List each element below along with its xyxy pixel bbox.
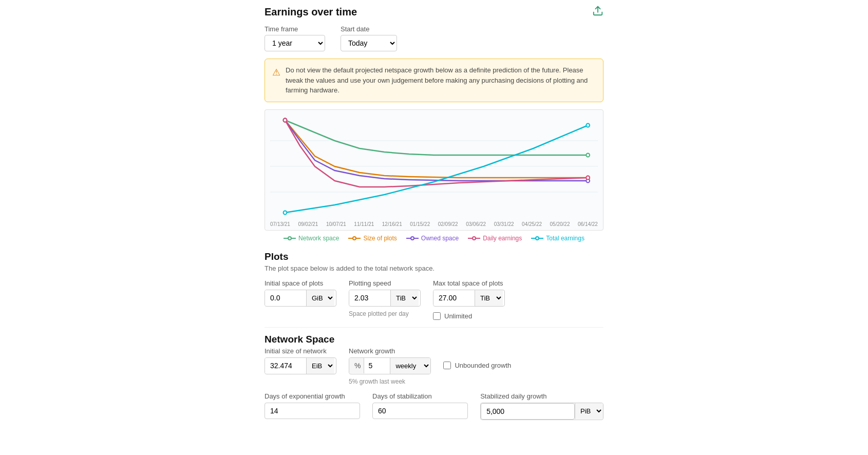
growth-pct-sign: %: [349, 358, 364, 373]
plotting-speed-label: Plotting speed: [349, 279, 421, 287]
legend-daily-earnings[interactable]: Daily earnings: [468, 235, 522, 242]
unlimited-label[interactable]: Unlimited: [444, 312, 472, 320]
initial-size-input[interactable]: [265, 358, 306, 373]
legend-owned-space-label: Owned space: [421, 235, 459, 242]
export-icon[interactable]: [592, 5, 603, 19]
unbounded-growth-group: Unbounded growth: [443, 347, 515, 369]
x-label-8: 03/06/22: [466, 221, 486, 227]
time-frame-select[interactable]: 1 year 1 week 1 month 3 months 6 months …: [265, 35, 325, 51]
plots-section: Plots The plot space below is added to t…: [265, 251, 603, 320]
chart-legend: Network space Size of plots Owned space …: [265, 235, 603, 242]
section-divider: [265, 327, 603, 328]
legend-size-of-plots-label: Size of plots: [363, 235, 397, 242]
legend-network-space-label: Network space: [298, 235, 339, 242]
plots-fields-row: Initial space of plots GiB TiB EiB Plott…: [265, 279, 603, 320]
initial-space-input-group: GiB TiB EiB: [265, 290, 336, 307]
legend-total-earnings-label: Total earnings: [546, 235, 584, 242]
time-frame-group: Time frame 1 year 1 week 1 month 3 month…: [265, 25, 325, 51]
initial-size-unit-select[interactable]: GiB TiB EiB PiB: [306, 358, 334, 374]
svg-point-21: [473, 237, 476, 240]
chart-svg: [270, 115, 598, 218]
plotting-speed-note: Space plotted per day: [349, 310, 421, 317]
earnings-header: Earnings over time: [265, 5, 603, 19]
initial-space-input[interactable]: [265, 290, 306, 306]
unlimited-checkbox-row: Unlimited: [433, 312, 505, 320]
network-growth-input[interactable]: [364, 358, 390, 373]
x-label-3: 10/07/21: [326, 221, 346, 227]
x-label-11: 05/20/22: [550, 221, 570, 227]
max-total-space-label: Max total space of plots: [433, 279, 505, 287]
page-title: Earnings over time: [265, 6, 357, 18]
plotting-speed-unit-select[interactable]: GiB TiB EiB: [390, 290, 419, 306]
network-growth-input-group: % daily weekly monthly: [349, 357, 431, 374]
chart-x-axis: 07/13/21 09/02/21 10/07/21 11/11/21 12/1…: [270, 219, 598, 230]
days-stab-group: Days of stabilization: [372, 392, 468, 420]
x-label-7: 02/09/22: [438, 221, 458, 227]
legend-network-space[interactable]: Network space: [284, 235, 339, 242]
start-date-label: Start date: [341, 25, 397, 33]
x-label-10: 04/25/22: [522, 221, 542, 227]
unlimited-checkbox[interactable]: [433, 312, 441, 320]
plots-description: The plot space below is added to the tot…: [265, 264, 603, 272]
initial-size-label: Initial size of network: [265, 347, 336, 355]
time-frame-label: Time frame: [265, 25, 325, 33]
network-space-title: Network Space: [265, 334, 603, 345]
unbounded-growth-label[interactable]: Unbounded growth: [455, 362, 511, 369]
plotting-speed-input[interactable]: [349, 290, 390, 306]
svg-point-11: [586, 176, 590, 179]
svg-point-17: [353, 237, 356, 240]
warning-banner: ⚠ Do not view the default projected nets…: [265, 59, 603, 102]
x-label-2: 09/02/21: [298, 221, 318, 227]
legend-owned-space[interactable]: Owned space: [406, 235, 459, 242]
days-stab-label: Days of stabilization: [372, 392, 468, 400]
unbounded-growth-checkbox[interactable]: [443, 362, 451, 369]
plotting-speed-group: Plotting speed GiB TiB EiB Space plotted…: [349, 279, 421, 317]
network-space-section: Network Space Initial size of network Gi…: [265, 334, 603, 420]
controls-row: Time frame 1 year 1 week 1 month 3 month…: [265, 25, 603, 51]
legend-total-earnings[interactable]: Total earnings: [531, 235, 584, 242]
network-growth-note: 5% growth last week: [349, 378, 431, 385]
max-total-space-group: Max total space of plots GiB TiB EiB Unl…: [433, 279, 505, 320]
svg-point-23: [536, 237, 539, 240]
x-label-4: 11/11/21: [354, 221, 374, 227]
initial-size-group: Initial size of network GiB TiB EiB PiB: [265, 347, 336, 374]
svg-point-15: [288, 237, 291, 240]
x-label-9: 03/31/22: [494, 221, 514, 227]
page-wrapper: Earnings over time Time frame 1 year 1 w…: [0, 0, 868, 455]
x-label-5: 12/16/21: [382, 221, 402, 227]
plotting-speed-input-group: GiB TiB EiB: [349, 290, 421, 307]
svg-point-19: [411, 237, 414, 240]
warning-icon: ⚠: [272, 66, 280, 96]
start-date-select[interactable]: Today Custom: [341, 35, 397, 51]
days-exp-label: Days of exponential growth: [265, 392, 360, 400]
days-row: Days of exponential growth Days of stabi…: [265, 392, 603, 420]
network-fields-row: Initial size of network GiB TiB EiB PiB …: [265, 347, 603, 385]
x-label-12: 06/14/22: [578, 221, 598, 227]
start-date-group: Start date Today Custom: [341, 25, 397, 51]
svg-point-13: [586, 123, 590, 127]
main-content: Earnings over time Time frame 1 year 1 w…: [254, 0, 614, 455]
max-total-space-input[interactable]: [433, 290, 475, 306]
svg-point-10: [284, 118, 287, 122]
svg-point-12: [284, 211, 287, 214]
svg-point-5: [586, 153, 590, 157]
plots-title: Plots: [265, 251, 603, 262]
stabilized-daily-input[interactable]: [481, 403, 575, 420]
max-total-space-unit-select[interactable]: GiB TiB EiB: [475, 290, 503, 306]
stabilized-daily-label: Stabilized daily growth: [480, 392, 603, 400]
initial-space-unit-select[interactable]: GiB TiB EiB: [306, 290, 334, 306]
stabilized-daily-input-group: GiB TiB PiB EiB: [480, 403, 603, 420]
network-growth-freq-select[interactable]: daily weekly monthly: [390, 358, 430, 374]
x-label-1: 07/13/21: [270, 221, 290, 227]
stabilized-daily-unit-select[interactable]: GiB TiB PiB EiB: [575, 403, 603, 419]
max-total-space-input-group: GiB TiB EiB: [433, 290, 505, 307]
days-exp-input[interactable]: [265, 403, 360, 419]
x-label-6: 01/15/22: [410, 221, 430, 227]
days-exp-group: Days of exponential growth: [265, 392, 360, 420]
initial-size-input-group: GiB TiB EiB PiB: [265, 357, 336, 374]
legend-size-of-plots[interactable]: Size of plots: [348, 235, 397, 242]
network-growth-label: Network growth: [349, 347, 431, 355]
stabilized-daily-group: Stabilized daily growth GiB TiB PiB EiB: [480, 392, 603, 420]
days-stab-input[interactable]: [372, 403, 468, 419]
initial-space-label: Initial space of plots: [265, 279, 336, 287]
